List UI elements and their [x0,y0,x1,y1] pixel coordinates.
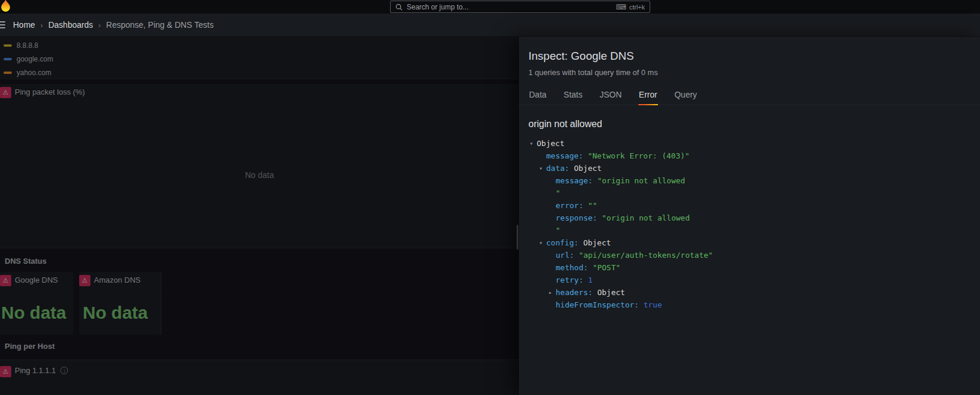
json-value: "Network Error: (403)" [588,151,689,160]
panel-title: Ping packet loss (%) [15,88,85,96]
panel-header[interactable]: ⚠ Ping packet loss (%) [0,84,519,99]
dashboard-canvas: 8.8.8.8google.comyahoo.com ⚠ Ping packet… [0,37,519,395]
panel-legend: 8.8.8.8google.comyahoo.com [0,37,519,79]
search-input[interactable]: Search or jump to... ⌨ ctrl+k [390,1,650,13]
panel-google-dns[interactable]: ⚠ Google DNS No data [0,272,73,335]
error-heading: origin not allowed [528,119,971,129]
timeseries-legend-panel: 8.8.8.8google.comyahoo.com [0,37,519,79]
json-key: url: [556,251,574,260]
json-error-tree: ▾Objectmessage: "Network Error: (403)"▾d… [528,137,971,311]
json-tree-row: message: "Network Error: (403)" [528,150,971,162]
panel-ping-1111[interactable]: ⚠ Ping 1.1.1.1 i [0,360,519,395]
legend-item[interactable]: google.com [4,52,519,66]
tree-expanded-icon[interactable]: ▾ [530,137,533,150]
json-key: config: [546,238,579,247]
legend-series-swatch [4,44,12,47]
legend-item[interactable]: 8.8.8.8 [4,38,519,52]
row-title-dns-status[interactable]: DNS Status [5,257,47,266]
json-value: Object [574,164,602,173]
panel-ping-packet-loss[interactable]: ⚠ Ping packet loss (%) No data [0,84,519,248]
json-key: error: [556,201,583,210]
error-tab-content: origin not allowed ▾Objectmessage: "Netw… [528,105,971,311]
tab-data[interactable]: Data [528,86,547,105]
json-tree-row: ▾Object [528,137,971,150]
json-value: "POST" [593,263,621,272]
json-key: message: [546,151,583,160]
json-tree-row: ▾data: Object [528,162,971,174]
tree-expanded-icon[interactable]: ▾ [539,162,543,174]
top-bar: Search or jump to... ⌨ ctrl+k [0,0,980,14]
json-key: response: [556,213,597,222]
menu-icon[interactable] [0,21,5,28]
json-tree-row: hideFromInspector: true [528,299,971,311]
json-tree-row: ▸headers: Object [528,286,971,299]
panel-error-icon[interactable]: ⚠ [0,275,11,286]
info-icon[interactable]: i [60,367,68,374]
scrollbar-thumb[interactable] [517,225,518,250]
chevron-right-icon: › [40,21,43,30]
search-icon [395,4,403,11]
tab-error[interactable]: Error [638,86,658,105]
json-value: "" [588,201,598,210]
json-key: headers: [556,288,593,297]
json-key: message: [556,176,593,185]
breadcrumb-current-dashboard: Response, Ping & DNS Tests [106,20,214,30]
json-tree-row: method: "POST" [528,261,971,274]
json-value: Object [537,139,564,148]
legend-series-swatch [4,58,12,60]
stat-no-data-value: No data [1,303,66,323]
panel-header[interactable]: ⚠ Amazon DNS [79,272,161,287]
drawer-title: Inspect: Google DNS [528,50,971,63]
tab-stats[interactable]: Stats [563,86,583,105]
nav-toolbar: Home › Dashboards › Response, Ping & DNS… [0,14,980,37]
legend-series-swatch [4,72,12,74]
json-value: 1 [588,276,593,284]
search-shortcut-label: ctrl+k [629,4,645,11]
inspect-drawer: Inspect: Google DNS 1 queries with total… [519,37,980,395]
tab-json[interactable]: JSON [599,86,622,105]
panel-error-icon[interactable]: ⚠ [0,87,11,98]
panel-header[interactable]: ⚠ Ping 1.1.1.1 i [0,360,519,375]
panel-error-icon[interactable]: ⚠ [79,275,90,286]
json-tree-row: response: "origin not allowed " [528,212,971,237]
tree-expanded-icon[interactable]: ▾ [539,237,543,249]
json-value: Object [597,288,625,297]
keyboard-icon: ⌨ [616,4,626,11]
stat-no-data-value: No data [83,303,148,323]
json-value: "api/user/auth-tokens/rotate" [579,251,713,260]
panel-amazon-dns[interactable]: ⚠ Amazon DNS No data [79,272,161,335]
json-tree-row: ▾config: Object [528,237,971,249]
legend-series-label: yahoo.com [17,69,51,77]
json-value: true [644,300,662,309]
no-data-message: No data [0,170,519,180]
json-key: method: [556,263,588,272]
breadcrumb: Home › Dashboards › Response, Ping & DNS… [13,20,213,30]
legend-series-label: 8.8.8.8 [17,41,38,50]
panel-header[interactable]: ⚠ Google DNS [0,272,73,287]
breadcrumb-dashboards[interactable]: Dashboards [48,20,93,30]
panel-title: Amazon DNS [94,276,141,284]
json-tree-row: error: "" [528,199,971,212]
panel-title: Ping 1.1.1.1 [15,366,56,375]
json-tree-row: retry: 1 [528,274,971,286]
breadcrumb-home[interactable]: Home [13,20,35,30]
search-placeholder: Search or jump to... [407,3,469,11]
panel-title: Google DNS [15,276,58,284]
json-tree-row: url: "api/user/auth-tokens/rotate" [528,249,971,261]
json-tree-row: message: "origin not allowed " [528,174,971,199]
json-key: hideFromInspector: [556,300,639,309]
tree-collapsed-icon[interactable]: ▸ [549,286,552,299]
grafana-logo-icon[interactable] [0,0,14,15]
legend-series-label: google.com [17,55,53,63]
drawer-subtitle: 1 queries with total query time of 0 ms [528,68,971,77]
json-key: data: [546,164,569,173]
json-key: retry: [556,276,583,284]
tab-query[interactable]: Query [674,86,697,105]
panel-error-icon[interactable]: ⚠ [0,366,11,377]
json-value: Object [583,238,611,247]
search-shortcut: ⌨ ctrl+k [616,4,645,11]
legend-item[interactable]: yahoo.com [4,66,519,79]
inspector-tabs: DataStatsJSONErrorQuery [519,86,980,105]
chevron-right-icon: › [98,21,100,30]
row-title-ping-per-host[interactable]: Ping per Host [5,342,55,351]
